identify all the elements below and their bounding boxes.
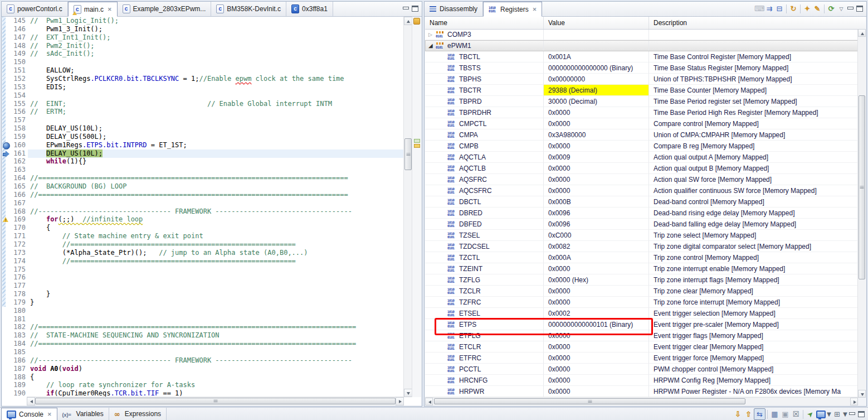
register-row-aqcsfrc[interactable]: 10100101AQCSFRC0x0000Action qualifier co… bbox=[425, 185, 858, 196]
collapse-all-icon[interactable]: ⊟ bbox=[774, 4, 784, 13]
register-row-tzclr[interactable]: 10100101TZCLR0x0000Trip zone clear [Memo… bbox=[425, 286, 858, 297]
registers-vertical-scrollbar[interactable] bbox=[857, 29, 866, 398]
scroll-right-icon[interactable] bbox=[850, 398, 858, 405]
register-row-hrpwr[interactable]: 10100101HRPWR0x0000HRPWM Power Register … bbox=[425, 386, 858, 397]
show-hierarchy-icon[interactable]: ⇉ bbox=[764, 4, 774, 13]
expander-icon[interactable]: ▷ bbox=[428, 32, 436, 37]
code-line-170[interactable]: 170 { bbox=[2, 224, 404, 232]
new-register-group-icon[interactable]: ✦ bbox=[802, 4, 812, 13]
registers-horizontal-scrollbar[interactable] bbox=[425, 397, 858, 405]
bottom-tab-console[interactable]: Console✕ bbox=[1, 408, 57, 420]
code-line-165[interactable]: 165// BACKGROUND (BG) LOOP bbox=[2, 182, 404, 191]
register-row-comp3[interactable]: ▷10100101COMP3 bbox=[425, 29, 858, 40]
column-header-value[interactable]: Value bbox=[544, 17, 649, 29]
editor-tab-bm358k-devinit-c[interactable]: cBM358K-DevInit.c bbox=[211, 2, 286, 16]
close-icon[interactable]: ✕ bbox=[108, 7, 112, 12]
maximize-icon[interactable] bbox=[857, 410, 866, 418]
register-row-tzeint[interactable]: 10100101TZEINT0x0000Trip zone interrupt … bbox=[425, 263, 858, 274]
register-row-tbctr[interactable]: 10100101TBCTR29388 (Decimal)Time Base Co… bbox=[425, 85, 858, 96]
code-line-178[interactable]: 178 } bbox=[2, 290, 404, 298]
code-line-162[interactable]: 162 while(1){} bbox=[2, 157, 404, 166]
code-line-181[interactable]: 181 bbox=[2, 315, 404, 324]
scroll-right-icon[interactable] bbox=[396, 397, 404, 405]
editor-vertical-scrollbar[interactable] bbox=[403, 17, 412, 397]
code-line-166[interactable]: 166//===================================… bbox=[2, 191, 404, 199]
code-line-171[interactable]: 171 // State machine entry & exit point bbox=[2, 232, 404, 240]
code-line-186[interactable]: 186//--------------------------------- F… bbox=[2, 356, 404, 365]
close-icon[interactable]: ✕ bbox=[47, 412, 52, 417]
scroll-up-icon[interactable] bbox=[858, 29, 866, 37]
register-row-tbsts[interactable]: 10100101TBSTS0000000000000000 (Binary)Ti… bbox=[425, 62, 858, 74]
display-console-menu-icon[interactable]: ▼ bbox=[826, 409, 832, 419]
register-row-epwm1[interactable]: ◢10100101ePWM1 bbox=[425, 40, 858, 51]
code-line-188[interactable]: 188{ bbox=[2, 373, 404, 382]
scroll-up-icon[interactable] bbox=[404, 17, 412, 25]
code-line-173[interactable]: 173 (*Alpha_State_Ptr)(); // jump to an … bbox=[2, 249, 404, 257]
code-line-147[interactable]: 147// EXT_Int1_Init(); bbox=[2, 33, 404, 42]
editor-tab-main-c[interactable]: cmain.c✕ bbox=[68, 2, 118, 17]
maximize-icon[interactable] bbox=[855, 4, 864, 13]
bottom-tab-expressions[interactable]: Expressions bbox=[109, 408, 167, 420]
expander-icon[interactable]: ◢ bbox=[428, 42, 436, 49]
edit-register-group-icon[interactable]: ✎ bbox=[812, 4, 822, 13]
code-line-180[interactable]: 180 bbox=[2, 307, 404, 315]
code-line-158[interactable]: 158 DELAY_US(10L); bbox=[2, 124, 404, 133]
scrollbar-thumb[interactable] bbox=[434, 398, 745, 404]
register-row-tzsel[interactable]: 10100101TZSEL0xC000Trip zone select [Mem… bbox=[425, 230, 858, 241]
register-row-dbred[interactable]: 10100101DBRED0x0096Dead-band rising edge… bbox=[425, 207, 858, 219]
scroll-left-icon[interactable] bbox=[27, 397, 35, 405]
editor-tab-powercontorl-c[interactable]: cpowerContorl.c bbox=[2, 2, 68, 16]
minimize-icon[interactable] bbox=[846, 4, 855, 13]
register-row-etsel[interactable]: 10100101ETSEL0x0002Event trigger selecti… bbox=[425, 308, 858, 319]
code-line-160[interactable]: 160 EPwm1Regs.ETPS.bit.INTPRD = ET_1ST; bbox=[2, 141, 404, 149]
code-line-150[interactable]: 150 bbox=[2, 58, 404, 66]
overview-current-line-mark[interactable] bbox=[414, 139, 420, 143]
register-row-pcctl[interactable]: 10100101PCCTL0x0000PWM chopper control [… bbox=[425, 364, 858, 375]
code-line-152[interactable]: 152 SysCtrlRegs.PCLKCR0.bit.TBCLKSYNC = … bbox=[2, 75, 404, 83]
scroll-down-icon[interactable] bbox=[404, 389, 412, 397]
code-editor[interactable]: 145// Pwm1_Logic_Init();146 Pwm1_3_Init(… bbox=[2, 17, 421, 405]
code-line-174[interactable]: 174 //==================================… bbox=[2, 257, 404, 265]
code-line-154[interactable]: 154 bbox=[2, 91, 404, 100]
code-line-167[interactable]: 167 bbox=[2, 199, 404, 207]
code-line-184[interactable]: 184//===================================… bbox=[2, 340, 404, 348]
register-row-cmpb[interactable]: 10100101CMPB0x0000Compare B reg [Memory … bbox=[425, 141, 858, 152]
code-line-187[interactable]: 187void A0(void) bbox=[2, 365, 404, 373]
code-line-163[interactable]: 163 bbox=[2, 166, 404, 174]
code-line-153[interactable]: 153 EDIS; bbox=[2, 83, 404, 91]
register-row-etclr[interactable]: 10100101ETCLR0x0000Event trigger clear [… bbox=[425, 341, 858, 353]
code-line-157[interactable]: 157 bbox=[2, 116, 404, 124]
code-line-161[interactable]: 161 DELAY_US(10L); bbox=[2, 149, 404, 158]
code-line-182[interactable]: 182//===================================… bbox=[2, 323, 404, 331]
scroll-left-icon[interactable] bbox=[425, 398, 433, 405]
register-row-etflg[interactable]: 10100101ETFLG0x0000Event trigger flags [… bbox=[425, 330, 858, 341]
register-row-tbprd[interactable]: 10100101TBPRD30000 (Decimal)Time Base Pe… bbox=[425, 96, 858, 107]
code-line-159[interactable]: 159 DELAY_US(500L); bbox=[2, 133, 404, 141]
scroll-to-top-icon[interactable]: ⇧ bbox=[743, 409, 754, 419]
register-row-tzfrc[interactable]: 10100101TZFRC0x0000Trip zone force inter… bbox=[425, 297, 858, 308]
save-console-icon[interactable]: ▦ bbox=[769, 409, 780, 419]
minimize-icon[interactable] bbox=[848, 410, 857, 418]
register-row-etps[interactable]: 10100101ETPS0000000000000101 (Binary)Eve… bbox=[425, 319, 858, 330]
scroll-down-icon[interactable] bbox=[858, 390, 866, 398]
register-row-hrcnfg[interactable]: 10100101HRCNFG0x0000HRPWM Config Reg [Me… bbox=[425, 375, 858, 386]
register-row-tbprdhr[interactable]: 10100101TBPRDHR0x0000Time Base Period Hi… bbox=[425, 107, 858, 118]
register-row-cmpctl[interactable]: 10100101CMPCTL0x0000Compare control [Mem… bbox=[425, 118, 858, 129]
open-console-icon[interactable]: ⊞ bbox=[832, 409, 842, 419]
register-row-tzdcsel[interactable]: 10100101TZDCSEL0x0082Trip zone digital c… bbox=[425, 241, 858, 252]
code-line-185[interactable]: 185 bbox=[2, 348, 404, 356]
code-line-172[interactable]: 172 //==================================… bbox=[2, 240, 404, 249]
registers-tab-disassembly[interactable]: Disassembly bbox=[425, 2, 483, 16]
register-row-tzflg[interactable]: 10100101TZFLG0x0000 (Hex)Trip zone inter… bbox=[425, 274, 858, 286]
registers-tab-registers[interactable]: 10100101Registers✕ bbox=[483, 2, 542, 17]
code-line-155[interactable]: 155// EINT; // Enable Global interrupt I… bbox=[2, 100, 404, 108]
register-row-cmpa[interactable]: 10100101CMPA0x3A980000Union of CMPA:CMPA… bbox=[425, 129, 858, 141]
code-line-168[interactable]: 168//--------------------------------- F… bbox=[2, 207, 404, 216]
column-header-description[interactable]: Description bbox=[649, 17, 866, 29]
close-icon[interactable]: ✕ bbox=[533, 7, 537, 12]
code-line-156[interactable]: 156// ERTM; bbox=[2, 108, 404, 116]
register-row-tbphs[interactable]: 10100101TBPHS0x00000000Union of TBPHS:TB… bbox=[425, 74, 858, 85]
pin-to-debug-context-icon[interactable]: ⌨ bbox=[754, 4, 764, 13]
register-row-aqctla[interactable]: 10100101AQCTLA0x0009Action qual output A… bbox=[425, 152, 858, 163]
column-header-name[interactable]: Name bbox=[425, 17, 544, 29]
